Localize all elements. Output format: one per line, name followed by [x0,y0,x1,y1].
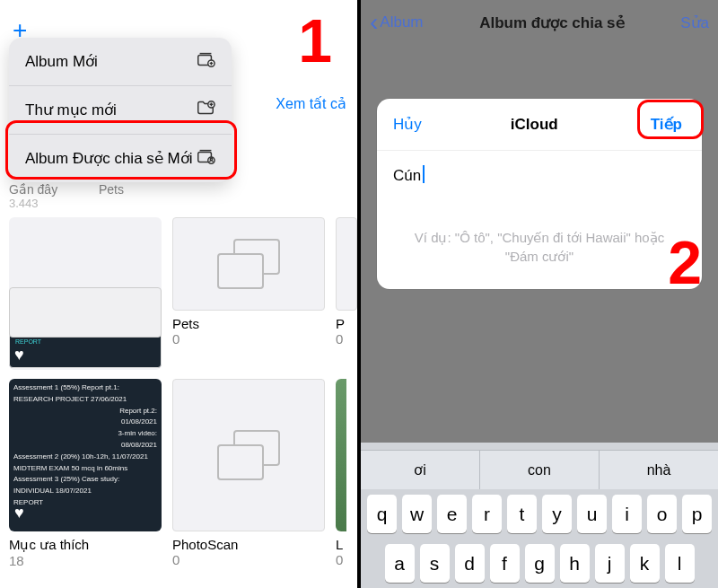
text-cursor [423,165,425,183]
step-badge-1: 1 [298,5,332,75]
panel-step-2: 2 ‹ Album Album được chia sẻ Sửa Hủy iCl… [361,0,718,588]
thumb-full: Assessment 1 (55%) Report pt.1: RESEARCH… [9,379,162,531]
key[interactable]: e [437,495,467,533]
suggestion[interactable]: ơi [361,451,480,489]
nav-title: Album được chia sẻ [479,13,624,32]
see-all-link[interactable]: Xem tất cả [276,95,346,112]
modal-body: Cún Ví dụ: "Ô tô", "Chuyến đi tới Hawaii… [377,151,702,289]
key[interactable]: g [525,544,555,583]
shared-album-icon [196,146,215,171]
heart-icon: ♥ [14,500,24,526]
faded-recent-count: 3.443 [9,197,88,210]
cancel-button[interactable]: Hủy [393,115,422,134]
suggestion[interactable]: nhà [600,451,718,489]
faded-recent-title: Gần đây [9,182,88,197]
keyboard: ơi con nhà q w e r t y u i o p a s d f g… [361,443,718,588]
key[interactable]: q [367,495,397,533]
album-name-input[interactable]: Cún [393,167,421,184]
key-row-2: a s d f g h j k l [361,539,718,588]
key[interactable]: d [455,544,485,583]
album-title: P [336,316,346,331]
key[interactable]: p [682,495,712,533]
album-count: 0 [336,331,346,347]
key[interactable]: k [630,544,660,583]
thumb-back [9,287,162,338]
menu-item-shared-album[interactable]: Album Được chia sẻ Mới [9,135,232,182]
suggestion[interactable]: con [480,451,600,489]
key[interactable]: h [560,544,590,583]
new-folder-icon [196,98,215,122]
album-count: 0 [172,331,325,347]
suggestion-bar: ơi con nhà [361,450,718,489]
key[interactable]: l [665,544,695,583]
album-item-favorites[interactable]: Assessment 1 (55%) Report pt.1: RESEARCH… [9,379,162,568]
album-row-2: Assessment 1 (55%) Report pt.1: RESEARCH… [9,379,357,568]
modal-title: iCloud [511,116,558,134]
key[interactable]: f [490,544,520,583]
faded-pets-title: Pets [99,182,178,197]
empty-stack-icon [217,430,280,480]
album-title: Mục ưa thích [9,537,162,553]
placeholder-hint: Ví dụ: "Ô tô", "Chuyến đi tới Hawaii" ho… [393,185,686,282]
key[interactable]: j [595,544,625,583]
key[interactable]: i [612,495,642,533]
menu-label: Album Mới [25,52,196,71]
album-title: L [336,537,346,552]
key[interactable]: a [385,544,415,583]
chevron-left-icon: ‹ [370,8,378,37]
next-button[interactable]: Tiếp [647,110,686,139]
album-clip [336,379,346,531]
key[interactable]: u [577,495,607,533]
empty-stack-icon [217,239,280,289]
album-title: PhotoScan [172,537,325,552]
key[interactable]: o [647,495,677,533]
new-album-icon [196,49,215,74]
album-count: 18 [9,553,162,568]
album-count: 0 [336,552,346,567]
menu-label: Thư mục mới [25,101,196,119]
nav-bar: ‹ Album Album được chia sẻ Sửa [361,0,718,45]
menu-item-new-album[interactable]: Album Mới [9,38,232,86]
album-item-photoscan[interactable]: PhotoScan 0 [172,379,325,568]
album-count: 0 [172,552,325,567]
key[interactable]: t [507,495,537,533]
key[interactable]: s [420,544,450,583]
nav-back-label: Album [380,13,423,31]
heart-icon: ♥ [14,346,24,364]
icloud-name-modal: Hủy iCloud Tiếp Cún Ví dụ: "Ô tô", "Chuy… [377,99,702,289]
nav-edit-button[interactable]: Sửa [680,13,709,32]
album-clip [336,217,357,311]
key[interactable]: w [402,495,432,533]
modal-header: Hủy iCloud Tiếp [377,99,702,151]
menu-item-new-folder[interactable]: Thư mục mới [9,86,232,135]
step-badge-2: 2 [668,227,702,297]
key[interactable]: r [472,495,502,533]
album-title: Pets [172,316,325,331]
menu-label: Album Được chia sẻ Mới [25,149,196,168]
create-menu: Album Mới Thư mục mới Album Được chia sẻ… [9,38,232,182]
key[interactable]: y [542,495,572,533]
key-row-1: q w e r t y u i o p [361,489,718,539]
faded-row: Gần đây 3.443 Pets [9,180,357,210]
nav-back-button[interactable]: ‹ Album [370,8,424,37]
panel-step-1: 1 + Album Mới Thư mục mới Album Được chi… [0,0,357,588]
